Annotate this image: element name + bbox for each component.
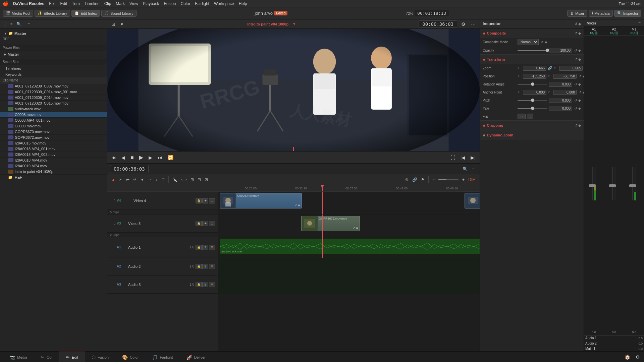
insert-btn[interactable]: ↵: [132, 177, 138, 183]
ripple-btn[interactable]: ⟷: [180, 177, 188, 183]
opacity-reset[interactable]: ↺: [574, 49, 577, 52]
composite-header[interactable]: ● Composite ↺ ◆: [480, 28, 584, 38]
anchor-reset[interactable]: ↺: [579, 90, 581, 94]
opacity-slider[interactable]: [518, 50, 547, 51]
slip-btn[interactable]: ⊟: [196, 177, 202, 183]
clip-i28a0018[interactable]: I28A0018.MP4.mov: [0, 158, 107, 163]
link-btn[interactable]: 🔗: [411, 177, 419, 183]
rotation-reset[interactable]: ↺: [574, 82, 577, 86]
menu-timeline[interactable]: Timeline: [85, 1, 100, 6]
track-a1-m-btn[interactable]: M: [209, 245, 215, 250]
zoom-in-btn[interactable]: +: [461, 177, 466, 183]
trim-tool-btn[interactable]: ✂: [118, 177, 124, 183]
timeline-options-btn[interactable]: ⋯: [470, 166, 477, 172]
clip-intro-to-paint[interactable]: intro to paint v04 1080p: [0, 169, 107, 175]
rotation-thumb[interactable]: [531, 82, 534, 86]
clip-A001-c015[interactable]: A001_07120320_C015.mov.mov: [0, 101, 107, 106]
media-pool-btn[interactable]: 🎬 Media Pool: [3, 10, 33, 17]
menu-mark[interactable]: Mark: [116, 1, 125, 6]
home-btn[interactable]: 🏠: [623, 354, 632, 360]
clip-A001-c007[interactable]: A001_07120239_C007.mov.mov: [0, 83, 107, 89]
smart-bin-timelines[interactable]: Timelines: [0, 65, 107, 71]
snapping-btn[interactable]: ⊕: [404, 177, 410, 183]
opacity-value-input[interactable]: [549, 48, 572, 53]
clip-c0008[interactable]: C0008.mov.mov: [0, 112, 107, 118]
rotation-keyframe[interactable]: ◆: [578, 82, 581, 86]
tab-fairlight[interactable]: 🎵 Fairlight: [145, 352, 179, 362]
preview-dropdown-btn[interactable]: ▾: [119, 21, 124, 27]
dim-btn[interactable]: DIM: [467, 177, 477, 183]
clip-c0008-mp4[interactable]: C0008.MP4_001.mov: [0, 118, 107, 123]
track-a2-s-btn[interactable]: S: [202, 264, 208, 269]
preview-settings-btn[interactable]: ⚙: [460, 21, 467, 27]
menu-file[interactable]: File: [49, 1, 55, 6]
menu-workspace[interactable]: Workspace: [214, 1, 234, 6]
settings-gear-btn[interactable]: ⚙: [634, 354, 641, 360]
tab-media[interactable]: 📷 Media: [3, 352, 34, 362]
view-grid-btn[interactable]: ⊞: [2, 21, 8, 27]
transform-reset[interactable]: ↺: [575, 57, 578, 62]
track-a2-m-btn[interactable]: M: [209, 264, 215, 269]
yaw-reset[interactable]: ↺: [574, 107, 577, 110]
opacity-thumb[interactable]: [546, 49, 549, 52]
menu-color[interactable]: Color: [181, 1, 191, 6]
search-clips-btn[interactable]: 🔍: [15, 21, 22, 27]
flag-btn[interactable]: ⚑: [420, 177, 426, 183]
clip-A001-c014[interactable]: A001_07120309_C014.mov.mov: [0, 95, 107, 101]
options-btn[interactable]: ⋯: [25, 21, 32, 27]
sound-library-btn[interactable]: 🎵 Sound Library: [101, 10, 137, 17]
clip-gopr3672-v3[interactable]: GOPR3672.mov.mov ↗ ◆: [301, 216, 360, 231]
menu-trim[interactable]: Trim: [72, 1, 80, 6]
flip-h-btn[interactable]: ↔: [518, 114, 526, 119]
clip-i28a0018-001[interactable]: I28A0018.MP4_001.mov: [0, 146, 107, 152]
menu-fairlight[interactable]: Fairlight: [195, 1, 209, 6]
edit-index-btn[interactable]: 📋 Edit Index: [71, 10, 100, 17]
position-y-input[interactable]: [553, 74, 577, 79]
transform-keyframe[interactable]: ◆: [578, 57, 581, 62]
next-frame-btn[interactable]: ▶: [147, 154, 154, 161]
track-a1-lock-btn[interactable]: 🔒: [196, 245, 202, 250]
prev-frame-btn[interactable]: ◀: [120, 154, 126, 161]
inspector-reset-btn[interactable]: ↺: [575, 22, 578, 26]
tab-edit[interactable]: ✏ Edit: [59, 352, 85, 362]
clip-i28a0019[interactable]: I28A0019.MP4.mov: [0, 163, 107, 169]
flip-v-btn[interactable]: ↕: [527, 114, 533, 119]
track-v3-eye-btn[interactable]: 👁: [202, 221, 208, 226]
slide-btn[interactable]: ⊠: [203, 177, 209, 183]
menu-clip[interactable]: Clip: [104, 1, 111, 6]
timeline-search-btn[interactable]: 🔍: [461, 166, 469, 172]
clip-c0008mp4-v4[interactable]: C0008.MP4_001.mov ↗ ◆: [465, 193, 480, 208]
track-v3-audio-btn[interactable]: □: [209, 221, 215, 226]
zoom-out-btn[interactable]: −: [431, 177, 436, 183]
yaw-keyframe[interactable]: ◆: [578, 107, 581, 110]
tab-fusion[interactable]: ⬡ Fusion: [85, 352, 115, 362]
cropping-header[interactable]: ● Cropping ↺ ◆: [480, 121, 584, 130]
skip-to-end-btn[interactable]: ⏭: [156, 154, 164, 161]
tab-deliver[interactable]: 🚀 Deliver: [180, 352, 212, 362]
pitch-reset[interactable]: ↺: [574, 99, 577, 102]
a2-fader-handle[interactable]: [609, 184, 616, 187]
clip-gopr3672[interactable]: GOPR3672.mov.mov: [0, 135, 107, 140]
mixer-btn[interactable]: 🎚 Mixer: [567, 10, 587, 17]
menu-view[interactable]: View: [129, 1, 138, 6]
fit-to-fill-btn[interactable]: ↕: [154, 177, 159, 183]
blade-tool-btn[interactable]: 🔪: [171, 177, 179, 183]
composite-mode-keyframe[interactable]: ◆: [545, 40, 547, 44]
clip-gopr3670[interactable]: GOPR3670.mov.mov: [0, 129, 107, 135]
place-on-top-btn[interactable]: ⊤: [160, 177, 166, 183]
transform-header[interactable]: ● Transform ↺ ◆: [480, 55, 584, 64]
zoom-y-input[interactable]: [559, 66, 583, 71]
inspector-btn[interactable]: 🔍 Inspector: [614, 10, 641, 17]
track-a3-lock-btn[interactable]: 🔒: [196, 282, 202, 287]
clip-i28a0015[interactable]: I28A0015.mov.mov: [0, 140, 107, 146]
yaw-slider[interactable]: [518, 108, 547, 109]
cropping-keyframe[interactable]: ◆: [578, 123, 581, 128]
fullscreen-btn[interactable]: ⛶: [449, 154, 457, 161]
dynamic-trim-btn[interactable]: ⇌: [125, 177, 131, 183]
select-tool-btn[interactable]: ▲: [110, 177, 117, 183]
menu-edit[interactable]: Edit: [60, 1, 67, 6]
track-a3-m-btn[interactable]: M: [209, 282, 215, 287]
prev-edit-btn[interactable]: |◀: [459, 154, 467, 161]
clip-audio-a1[interactable]: /* waveform generated inline */ audio-tr…: [220, 239, 480, 254]
track-a2-lock-btn[interactable]: 🔒: [196, 264, 202, 269]
